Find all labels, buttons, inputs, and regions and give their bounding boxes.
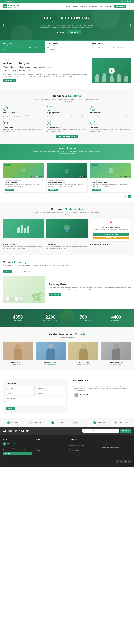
paper-ball-3 — [15, 297, 19, 300]
newsletter-subscribe-button[interactable]: SUBSCRIBE — [120, 429, 131, 432]
hero-next-button[interactable]: ❯ — [129, 23, 132, 27]
services-grid: Waste Collection Lorem ipsum dolor sit a… — [3, 106, 131, 132]
form-phone-input[interactable] — [6, 391, 35, 395]
form-message-input[interactable] — [6, 396, 65, 405]
services-section: Services & Solutions We offer comprehens… — [0, 89, 134, 144]
nav-contact[interactable]: CONTACT — [105, 6, 112, 7]
service-audits-desc: Lorem ipsum dolor sit amet, consectetur … — [3, 129, 44, 132]
hero-learn-more-button[interactable]: LEARN MORE — [53, 30, 67, 34]
article-2-image: RECYCLE OCTOBER 28, 2015 🗑 — [47, 163, 87, 178]
form-subject-input[interactable] — [36, 391, 65, 395]
service-waste-desc: Lorem ipsum dolor sit amet, consectetur … — [3, 114, 44, 118]
team-avatar-robert — [101, 342, 131, 360]
circular-tab-recycle2[interactable]: RECYCLE — [23, 270, 32, 273]
footer-menu-blog[interactable]: Blog — [36, 448, 65, 450]
topbar-phone-icon: 📞 — [3, 1, 4, 2]
social-facebook[interactable]: f — [121, 0, 123, 2]
sust-image-1-container — [3, 219, 44, 242]
partner-greenlar[interactable]: 🌿 GREENLAR — [115, 421, 127, 424]
unicycle-name: UNICYCLE — [76, 422, 85, 423]
partner-scrapcorp[interactable]: ⚙ SCRAPCORP — [29, 421, 43, 424]
circular-tab-recycle[interactable]: RECYCLE — [3, 270, 13, 273]
nav-home[interactable]: HOME — [66, 6, 70, 7]
footer-news-link-2[interactable]: 10 Easy Tips to Reduce Your Carbon — [102, 446, 131, 448]
footer-news-date-2: October 15, 2015 — [102, 448, 131, 450]
article-3-btn[interactable]: LEARN MORE — [92, 189, 101, 191]
social-twitter[interactable]: t — [124, 0, 126, 2]
recycling-icon — [47, 106, 52, 111]
service-biofuel: BIO Fuel Production Lorem ipsum dolor si… — [47, 120, 87, 132]
nav-services[interactable]: SERVICES — [80, 6, 87, 7]
footer-menu-about[interactable]: About — [36, 444, 65, 446]
service-env-name: Environmental — [90, 112, 131, 114]
hero-title: CIRCULAR ECONOMY — [38, 16, 96, 20]
footer-menu-home[interactable]: Home — [36, 442, 65, 444]
nav-elements[interactable]: ELEMENTS — [89, 6, 97, 7]
paper-ball-1 — [6, 297, 10, 300]
footer-menu-contact[interactable]: Contact — [36, 450, 65, 451]
social-googleplus[interactable]: g — [129, 0, 131, 2]
footer-address: 1234 Street, City, Country — [71, 445, 84, 446]
partner-zerowaste[interactable]: ♻ ZEROWASTE — [7, 421, 21, 424]
hero-prev-button[interactable]: ❮ — [2, 23, 5, 27]
nav-about[interactable]: ABOUT — [73, 6, 78, 7]
articles-prev-button[interactable]: ‹ — [124, 195, 127, 198]
form-name-input[interactable] — [6, 386, 35, 390]
paper-ball-4 — [19, 297, 23, 300]
stat-recycling: 700 Tons of Recycling — [68, 314, 98, 322]
stat-employees: 4350 Employees — [3, 314, 33, 322]
article-2-icon: 🗑 — [47, 163, 87, 178]
welcome-body: Lorem ipsum dolor sit amet, consectetur … — [3, 74, 88, 78]
footer-social-facebook[interactable]: f — [116, 460, 119, 463]
hero-buy-button[interactable]: BUY TODAY — [68, 30, 81, 34]
articles-title: Latest Articles — [3, 147, 131, 150]
greenlar-icon: 🌿 — [115, 421, 117, 424]
topbar-social: f t in g — [121, 0, 131, 2]
footer-logo-text: RECYCLE WASTE MANAGEMENT — [7, 442, 19, 445]
team-grid: Brenda Jane Scott Junior Accountant Mich… — [3, 342, 131, 365]
service-environmental: Environmental Lorem ipsum dolor sit amet… — [90, 106, 131, 118]
newsletter-form: SUBSCRIBE — [82, 429, 131, 432]
footer-about-col: ABOUT ♻ RECYCLE WASTE MANAGEMENT Recycle… — [3, 439, 32, 455]
form-submit-button[interactable]: SEND — [6, 406, 15, 410]
footer-news-link-1[interactable]: Collecting Recycle Waste Has Never — [102, 442, 131, 444]
newsletter-section: Subscribe to our Newsletter! SUBSCRIBE — [0, 427, 134, 435]
article-2-btn[interactable]: LEARN MORE — [48, 189, 58, 191]
footer-social-twitter[interactable]: t — [120, 460, 123, 463]
nav-cta-button[interactable]: GET A QUOTE — [114, 5, 126, 8]
circular-subtitle: Lorem ipsum dolor sit amet, consectetur.… — [3, 265, 73, 266]
sust-label-about-title: About Recycle — [47, 244, 87, 245]
services-cta: REQUEST FREE QUOTE — [3, 134, 131, 138]
welcome-services-button[interactable]: OUR SERVICES — [3, 79, 16, 82]
nav-links: HOME ABOUT SERVICES ELEMENTS BLOG CONTAC… — [66, 5, 131, 8]
articles-next-button[interactable]: › — [128, 195, 131, 198]
article-1-btn[interactable]: LEARN MORE — [5, 189, 14, 191]
play-icon[interactable]: ▶ — [109, 68, 115, 74]
partner-unicycle[interactable]: 🔄 UNICYCLE — [73, 421, 85, 424]
form-row-phone-subject — [6, 391, 65, 395]
nav-blog[interactable]: BLOG — [99, 6, 103, 7]
circular-tabs: RECYCLE REUSE RECYCLE — [3, 270, 131, 273]
newsletter-email-input[interactable] — [82, 429, 119, 432]
services-header: Services & Solutions We offer comprehens… — [3, 94, 131, 102]
footer-social-linkedin[interactable]: in — [128, 460, 131, 463]
article-waste-collection: RECYCLE OCTOBER 28, 2015 🗑 OCTOBER 28, 2… — [47, 163, 87, 193]
social-linkedin[interactable]: in — [126, 0, 128, 2]
free-quote-button[interactable]: REQUEST FREE QUOTE — [56, 134, 78, 138]
sust-label-services-text: Lorem ipsum dolor sit amet, consectetur … — [3, 246, 44, 250]
footer-menu-services[interactable]: Services — [36, 446, 65, 448]
recycling-guide-button[interactable]: RECYCLING GUIDE — [93, 236, 129, 239]
partner-wasteinc[interactable]: ♻ WASTE INC. — [93, 421, 106, 424]
logo-subtitle: WASTE MANAGEMENT — [8, 7, 21, 8]
team-role-michael: Chief Operating Officer — [36, 364, 66, 365]
footer-social-googleplus[interactable]: g+ — [124, 460, 127, 463]
circular-learn-more-button[interactable]: LEARN MORE — [49, 293, 61, 296]
circular-tab-reuse[interactable]: REUSE — [14, 270, 22, 273]
footer-news-col: LATEST NEWS Collecting Recycle Waste Has… — [102, 439, 131, 455]
sustainability-report-button[interactable]: SUSTAINABILITY REPORT — [93, 233, 129, 236]
footer-services-button[interactable]: OUR SERVICES — [3, 452, 32, 455]
logo[interactable]: ♻ RECYCLE WASTE MANAGEMENT — [3, 4, 21, 8]
partner-ecopeople[interactable]: 👥 ECOPEOPLE — [51, 421, 64, 424]
search-icon[interactable]: 🔍 — [128, 5, 131, 8]
form-email-input[interactable] — [36, 386, 65, 390]
